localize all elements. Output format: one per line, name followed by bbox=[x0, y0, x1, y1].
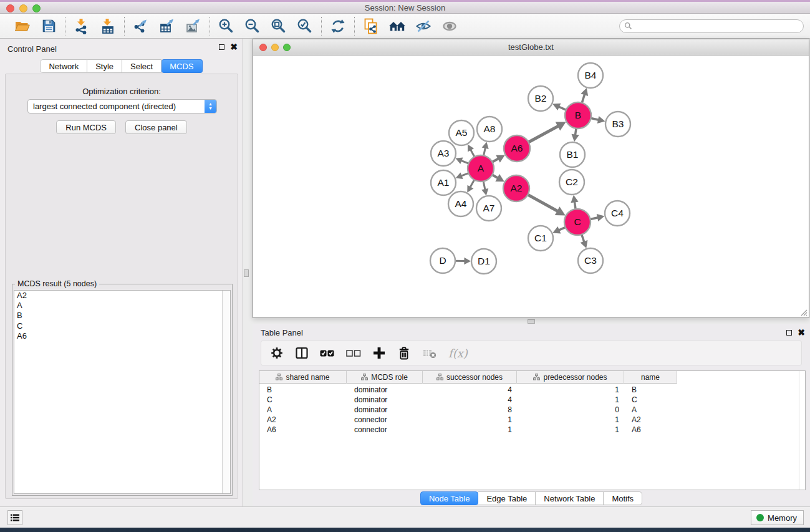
graph-edge-C-C2[interactable] bbox=[571, 195, 578, 210]
graph-edge-A-A7[interactable] bbox=[481, 180, 488, 196]
new-network-from-selection-icon[interactable] bbox=[362, 17, 380, 35]
tab-network-table[interactable]: Network Table bbox=[536, 491, 604, 505]
table-cell[interactable]: 8 bbox=[423, 405, 517, 414]
table-cell[interactable]: C bbox=[624, 395, 677, 404]
graph-node-D1[interactable]: D1 bbox=[471, 249, 496, 274]
close-window-icon[interactable] bbox=[6, 4, 14, 12]
import-network-icon[interactable] bbox=[73, 17, 90, 35]
table-cell[interactable]: 1 bbox=[517, 395, 624, 404]
result-scrollbar[interactable] bbox=[222, 291, 230, 493]
table-cell[interactable]: 4 bbox=[423, 385, 517, 394]
graph-edge-A-A1[interactable] bbox=[456, 172, 470, 179]
column-header-successor-nodes[interactable]: successor nodes bbox=[423, 371, 517, 384]
graph-node-B4[interactable]: B4 bbox=[578, 63, 603, 88]
table-cell[interactable]: dominator bbox=[347, 395, 423, 404]
table-cell[interactable]: 1 bbox=[423, 425, 517, 434]
table-cell[interactable]: 1 bbox=[517, 385, 624, 394]
columns-icon[interactable] bbox=[295, 345, 309, 361]
graph-node-A4[interactable]: A4 bbox=[448, 191, 473, 216]
task-history-button[interactable] bbox=[7, 510, 22, 525]
table-cell[interactable]: dominator bbox=[347, 385, 423, 394]
table-cell[interactable]: B bbox=[624, 385, 677, 394]
graph-edge-D-D1[interactable] bbox=[454, 258, 471, 264]
export-image-icon[interactable] bbox=[185, 17, 202, 35]
maximize-window-icon[interactable] bbox=[32, 4, 41, 12]
column-header-shared-name[interactable]: shared name bbox=[259, 371, 347, 384]
graph-edge-B-B2[interactable] bbox=[552, 104, 567, 110]
graph-edge-B-B4[interactable] bbox=[581, 88, 588, 104]
tab-style[interactable]: Style bbox=[87, 59, 122, 73]
graph-edge-A2-C[interactable] bbox=[527, 194, 566, 215]
search-input[interactable] bbox=[635, 21, 803, 32]
node-table[interactable]: shared nameMCDS rolesuccessor nodesprede… bbox=[259, 370, 806, 490]
zoom-in-icon[interactable] bbox=[218, 17, 235, 35]
memory-button[interactable]: Memory bbox=[751, 510, 804, 525]
delete-column-icon[interactable] bbox=[397, 345, 411, 361]
graph-node-A1[interactable]: A1 bbox=[431, 170, 456, 195]
tab-select[interactable]: Select bbox=[122, 59, 162, 73]
table-cell[interactable]: dominator bbox=[347, 405, 423, 414]
show-all-icon[interactable] bbox=[441, 17, 458, 35]
graph-node-C1[interactable]: C1 bbox=[528, 226, 553, 251]
close-panel-button[interactable]: Close panel bbox=[125, 120, 187, 134]
graph-edge-C-C4[interactable] bbox=[589, 214, 605, 221]
table-cell[interactable]: A2 bbox=[624, 415, 677, 424]
column-header-name[interactable]: name bbox=[624, 371, 677, 384]
table-cell[interactable]: A6 bbox=[624, 425, 677, 434]
float-panel-icon[interactable] bbox=[219, 44, 224, 50]
tab-edge-table[interactable]: Edge Table bbox=[478, 491, 536, 505]
graph-node-A6[interactable]: A6 bbox=[504, 135, 530, 162]
export-network-icon[interactable] bbox=[132, 17, 150, 35]
table-row[interactable]: A2connector11A2 bbox=[259, 415, 677, 425]
close-panel-icon[interactable]: ✖ bbox=[230, 44, 238, 50]
table-cell[interactable]: A bbox=[259, 405, 347, 414]
graph-node-A3[interactable]: A3 bbox=[431, 141, 456, 166]
table-cell[interactable]: A2 bbox=[259, 415, 347, 424]
graph-node-D[interactable]: D bbox=[430, 248, 455, 273]
delete-table-icon[interactable] bbox=[422, 345, 437, 361]
save-session-icon[interactable] bbox=[40, 17, 57, 35]
graph-edge-B-B3[interactable] bbox=[590, 116, 605, 123]
graph-node-C2[interactable]: C2 bbox=[559, 170, 584, 195]
table-cell[interactable]: A bbox=[624, 405, 677, 414]
graph-node-A2[interactable]: A2 bbox=[503, 175, 529, 201]
result-list-item[interactable]: A6 bbox=[14, 331, 230, 341]
network-canvas[interactable]: B4B2BB3A8A5A6A3B1AC2A1A2A4A7C4CC1C3DD1 bbox=[253, 56, 809, 317]
result-list-item[interactable]: B bbox=[14, 311, 230, 321]
graph-node-C4[interactable]: C4 bbox=[605, 201, 630, 226]
graph-edge-B-B1[interactable] bbox=[571, 127, 579, 142]
graph-edge-A-A4[interactable] bbox=[467, 179, 475, 193]
zoom-fit-icon[interactable] bbox=[270, 17, 287, 35]
table-cell[interactable]: 1 bbox=[517, 415, 624, 424]
tab-mcds[interactable]: MCDS bbox=[162, 59, 202, 73]
column-header-MCDS-role[interactable]: MCDS role bbox=[347, 371, 423, 384]
network-window-titlebar[interactable]: testGlobe.txt bbox=[253, 39, 809, 56]
graph-node-A[interactable]: A bbox=[468, 155, 494, 181]
zoom-out-icon[interactable] bbox=[244, 17, 261, 35]
optimization-criterion-dropdown[interactable]: largest connected component (directed) ▲… bbox=[27, 99, 217, 114]
graph-edge-A-A3[interactable] bbox=[455, 157, 470, 163]
graph-edge-A-A6[interactable] bbox=[491, 155, 505, 163]
graph-node-A8[interactable]: A8 bbox=[477, 117, 502, 142]
tab-motifs[interactable]: Motifs bbox=[604, 491, 642, 505]
open-file-icon[interactable] bbox=[14, 17, 31, 35]
deselect-all-icon[interactable] bbox=[346, 345, 361, 361]
mcds-result-list[interactable]: A2ABCA6 bbox=[14, 290, 231, 494]
minimize-window-icon[interactable] bbox=[19, 4, 27, 12]
run-mcds-button[interactable]: Run MCDS bbox=[56, 120, 116, 134]
minimize-network-window-icon[interactable] bbox=[271, 44, 279, 51]
graph-node-A7[interactable]: A7 bbox=[476, 196, 501, 221]
tab-node-table[interactable]: Node Table bbox=[420, 491, 479, 505]
table-cell[interactable]: A6 bbox=[259, 425, 347, 434]
table-row[interactable]: Cdominator41C bbox=[259, 395, 677, 405]
add-column-icon[interactable] bbox=[372, 345, 386, 361]
graph-node-B[interactable]: B bbox=[565, 102, 591, 128]
table-row[interactable]: A6connector11A6 bbox=[259, 425, 677, 435]
table-cell[interactable]: 1 bbox=[517, 425, 624, 434]
graph-node-C[interactable]: C bbox=[564, 209, 591, 235]
graph-node-B3[interactable]: B3 bbox=[605, 112, 630, 137]
graph-edge-C-C3[interactable] bbox=[581, 233, 588, 248]
close-table-panel-icon[interactable]: ✖ bbox=[798, 329, 805, 336]
horizontal-splitter-handle[interactable] bbox=[528, 319, 535, 324]
home-layout-icon[interactable] bbox=[388, 17, 406, 35]
